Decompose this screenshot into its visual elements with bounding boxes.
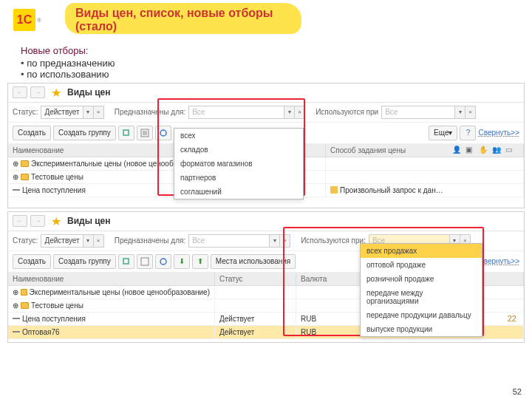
chevron-down-icon[interactable]: ▾ [455, 106, 466, 119]
status-label: Статус: [13, 108, 38, 116]
svg-point-8 [160, 259, 166, 265]
nav-fwd-button[interactable]: → [30, 86, 45, 98]
dropdown-item[interactable]: оптовой продаже [361, 258, 482, 272]
clear-icon[interactable]: × [94, 234, 104, 248]
dropdown-item[interactable]: розничной продаже [361, 272, 482, 286]
filter-usage-label: Используются при [316, 108, 378, 116]
intro-item: по предназначению [21, 58, 511, 69]
dropdown-item[interactable]: передаче продукции давальцу [361, 308, 482, 322]
logo-1c: 1C® [13, 5, 58, 35]
help-icon[interactable]: ? [460, 126, 476, 140]
list-icon[interactable] [137, 126, 153, 140]
clear-icon[interactable]: × [295, 106, 305, 119]
dropdown-item[interactable]: партнеров [174, 171, 303, 185]
usage-dropdown: всех продажах оптовой продаже розничной … [360, 243, 482, 337]
usage-places-button[interactable]: Места использования [211, 254, 296, 269]
filter-usage-combo[interactable]: Все [381, 106, 455, 119]
create-group-button[interactable]: Создать группу [53, 254, 116, 269]
clear-icon[interactable]: × [280, 234, 290, 248]
expand-icon[interactable]: ⊕ [13, 288, 18, 296]
dash-icon [13, 189, 20, 191]
folder-icon [21, 160, 29, 167]
folder-icon [21, 174, 29, 180]
header-icons: 👤 ▣ ✋ 👥 ▭ [447, 143, 519, 157]
star-icon[interactable]: ★ [51, 86, 61, 100]
status-combo[interactable]: Действует [41, 234, 83, 248]
action-icon[interactable] [155, 254, 171, 269]
create-button[interactable]: Создать [13, 126, 51, 140]
intro-heading: Новые отборы: [21, 45, 511, 56]
collapse-link[interactable]: Свернуть>> [478, 257, 519, 265]
nav-fwd-button[interactable]: → [30, 215, 45, 227]
chevron-down-icon[interactable]: ▾ [270, 234, 280, 248]
intro-item: по использованию [21, 69, 511, 80]
hand-icon: ✋ [479, 146, 488, 154]
panel-title: Виды цен [67, 216, 111, 226]
col-method[interactable]: Способ задания цены 👤 ▣ ✋ 👥 ▭ [326, 144, 524, 157]
svg-rect-7 [141, 258, 149, 265]
panel-price-types-2: ← → ★ Виды цен Статус: Действует ▾ × Пре… [7, 211, 525, 343]
filter-purpose-combo[interactable]: Все [188, 106, 284, 119]
status-label: Статус: [13, 236, 38, 245]
slide-title: Виды цен, список, новые отборы(стало) [69, 4, 279, 36]
down-icon[interactable]: ⬇ [174, 254, 190, 269]
nav-back-button[interactable]: ← [13, 86, 27, 98]
clear-icon[interactable]: × [466, 106, 476, 119]
chevron-down-icon[interactable]: ▾ [284, 106, 295, 119]
nav-back-button[interactable]: ← [13, 215, 27, 227]
purpose-dropdown: всех складов форматов магазинов партнеро… [174, 128, 304, 200]
svg-rect-0 [123, 130, 129, 135]
dropdown-item[interactable]: складов [174, 143, 303, 157]
cube-icon: ▣ [466, 146, 474, 154]
dropdown-item[interactable]: всех продажах [361, 244, 482, 258]
create-group-button[interactable]: Создать группу [53, 126, 116, 140]
list-icon[interactable] [137, 254, 153, 269]
dropdown-item[interactable]: передаче между организациями [361, 286, 482, 308]
chevron-down-icon[interactable]: ▾ [83, 106, 94, 119]
expand-icon[interactable]: ⊕ [13, 160, 18, 168]
filter-purpose-label: Предназначены для: [115, 108, 185, 116]
filter-purpose-label: Предназначены для: [115, 236, 185, 245]
folder-icon [21, 289, 27, 296]
row-extra-number: 22 [508, 314, 516, 323]
user-icon: 👤 [452, 146, 461, 154]
doc-icon: ▭ [505, 146, 514, 154]
filter-usage-label: Используются при: [301, 236, 366, 245]
up-icon[interactable]: ⬆ [192, 254, 208, 269]
clear-icon[interactable]: × [94, 106, 104, 119]
status-combo[interactable]: Действует [41, 106, 83, 119]
panel-title: Виды цен [67, 87, 111, 98]
col-name[interactable]: Наименование [8, 273, 215, 285]
dropdown-item[interactable]: форматов магазинов [174, 157, 303, 171]
expand-icon[interactable]: ⊕ [13, 173, 18, 181]
dash-icon [13, 331, 20, 332]
more-button[interactable]: Еще ▾ [429, 126, 457, 140]
dropdown-item[interactable]: выпуске продукции [361, 322, 482, 336]
page-number: 52 [513, 387, 522, 396]
create-button[interactable]: Создать [13, 254, 51, 269]
action-icon[interactable] [155, 126, 171, 140]
collapse-link[interactable]: Свернуть>> [478, 129, 519, 137]
dropdown-item[interactable]: соглашений [174, 185, 303, 199]
filter-purpose-combo[interactable]: Все [188, 234, 270, 248]
col-status[interactable]: Статус [215, 273, 296, 285]
svg-point-5 [160, 130, 166, 136]
panel-price-types-1: ← → ★ Виды цен Статус: Действует ▾ × Пре… [7, 83, 525, 208]
folder-icon [21, 302, 29, 309]
person-icon: 👥 [492, 146, 501, 154]
copy-icon[interactable] [118, 254, 134, 269]
star-icon[interactable]: ★ [51, 214, 61, 228]
dropdown-item[interactable]: всех [174, 129, 303, 143]
svg-rect-6 [123, 259, 129, 264]
chevron-down-icon[interactable]: ▾ [83, 234, 94, 248]
expand-icon[interactable]: ⊕ [13, 301, 18, 310]
flag-icon [330, 186, 338, 194]
copy-icon[interactable] [118, 126, 134, 140]
dash-icon [13, 318, 20, 319]
